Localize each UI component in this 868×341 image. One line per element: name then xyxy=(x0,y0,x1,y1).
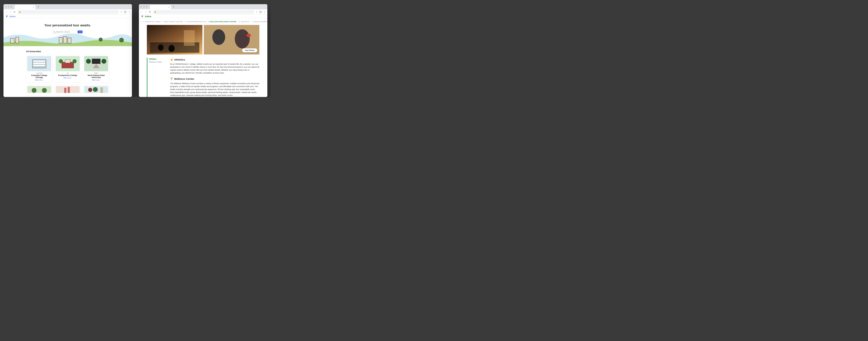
section-title: All Universities xyxy=(26,50,110,53)
new-tab-button[interactable]: + xyxy=(173,5,174,8)
university-card[interactable]: NDSU North Dakota State University Take … xyxy=(83,55,110,83)
search-icon: 🔍 xyxy=(53,31,55,33)
card-thumb xyxy=(84,56,108,71)
svg-point-6 xyxy=(119,38,124,42)
url-field[interactable]: 🔒 xyxy=(18,10,119,14)
card-thumb xyxy=(56,86,80,93)
svg-rect-18 xyxy=(92,59,100,64)
university-card[interactable] xyxy=(83,85,110,96)
search-bar: 🔍 Go xyxy=(52,30,83,34)
svg-point-29 xyxy=(93,87,98,92)
svg-rect-11 xyxy=(33,65,45,66)
traffic-lights xyxy=(140,6,148,8)
url-field[interactable]: 🔒 xyxy=(153,10,254,14)
site-header: Adora xyxy=(3,14,132,19)
chevron-right-icon: › xyxy=(71,77,72,79)
back-icon[interactable]: ← xyxy=(5,11,8,13)
svg-point-40 xyxy=(247,34,251,37)
take-tour-link[interactable]: Take a tour› xyxy=(84,79,108,81)
view-photos-button[interactable]: View Photos xyxy=(242,48,257,53)
svg-point-16 xyxy=(72,59,77,63)
section-paragraph: As an NCAA Division I college, athletic … xyxy=(170,63,259,74)
tour-stop[interactable]: 7WEST DINING CENTER xyxy=(162,21,183,23)
svg-rect-0 xyxy=(10,38,14,43)
minimize-dot[interactable] xyxy=(8,6,9,8)
reload-icon[interactable]: ⟳ xyxy=(13,11,16,13)
minimize-dot[interactable] xyxy=(143,6,145,8)
brand-name[interactable]: Adora xyxy=(145,15,151,18)
reload-icon[interactable]: ⟳ xyxy=(149,11,151,13)
hero-photo-gym xyxy=(147,25,203,55)
forward-icon[interactable]: → xyxy=(145,11,147,13)
article-body: Athletics Wellness Center 🤘Athletics As … xyxy=(139,55,267,97)
card-thumb xyxy=(84,86,108,93)
new-tab-button[interactable]: + xyxy=(37,5,39,8)
rock-on-icon: 🤘 xyxy=(170,58,173,62)
svg-point-20 xyxy=(101,59,106,64)
zoom-dot[interactable] xyxy=(10,6,12,8)
card-logo: Columbia xyxy=(27,72,51,74)
tour-stop[interactable]: 6ALDEVRON TOWER xyxy=(143,21,161,23)
all-universities-section: All Universities Columbia Columbia Colle… xyxy=(3,46,132,96)
university-card[interactable]: Columbia Columbia College Chicago Take a… xyxy=(26,55,53,83)
bookmark-icon[interactable]: ☆ xyxy=(256,11,258,13)
tour-stop-active[interactable]: 9WALLMAN WELLNESS CENTER xyxy=(209,21,237,23)
hero-photo-fitness: View Photos xyxy=(204,25,259,55)
kebab-menu-icon[interactable]: ⋮ xyxy=(128,10,130,13)
back-icon[interactable]: ← xyxy=(140,11,143,13)
svg-rect-26 xyxy=(68,87,70,93)
browser-tab[interactable]: × xyxy=(150,5,171,9)
chevron-right-icon: › xyxy=(100,79,100,81)
card-thumb xyxy=(56,56,80,71)
browser-window-left: × + ← → ⟳ 🔒 ☆ ⋮ Adora Your personalized … xyxy=(3,4,132,97)
profile-avatar[interactable] xyxy=(124,10,127,13)
kebab-menu-icon[interactable]: ⋮ xyxy=(264,10,266,13)
traffic-lights xyxy=(5,6,12,8)
section-link-athletics[interactable]: Athletics xyxy=(149,58,166,61)
svg-rect-35 xyxy=(184,30,195,46)
hero-title: Your personalized tour awaits. xyxy=(3,24,132,27)
card-title: Columbia College Chicago xyxy=(27,74,51,78)
brand-name[interactable]: Adora xyxy=(9,15,16,18)
svg-rect-3 xyxy=(63,37,67,43)
svg-rect-30 xyxy=(100,88,103,93)
search-input[interactable] xyxy=(56,31,78,33)
svg-rect-4 xyxy=(68,38,71,43)
browser-tab[interactable]: × xyxy=(14,5,35,9)
svg-rect-25 xyxy=(64,88,66,93)
tour-stop[interactable]: 8CATER RESIDENCE HALL xyxy=(185,21,207,23)
browser-window-right: × + ← → ⟳ 🔒 ☆ ⋮ Adora ‹ 6ALDEVRON TOWER … xyxy=(139,4,267,97)
close-icon[interactable]: × xyxy=(33,6,34,8)
take-tour-link[interactable]: Take a tour› xyxy=(27,79,51,81)
article-content: 🤘Athletics As an NCAA Division I college… xyxy=(170,58,259,97)
tour-stop[interactable]: 11QUENTIN BURDICK BUILDING xyxy=(251,21,267,23)
svg-point-22 xyxy=(32,88,37,93)
forward-icon[interactable]: → xyxy=(9,11,12,13)
close-dot[interactable] xyxy=(140,6,142,8)
hero: Your personalized tour awaits. 🔍 Go xyxy=(3,19,132,46)
profile-avatar[interactable] xyxy=(259,10,262,13)
address-bar: ← → ⟳ 🔒 ☆ ⋮ xyxy=(3,9,132,14)
photo-row: View Photos xyxy=(139,25,267,55)
page-content-left: Adora Your personalized tour awaits. 🔍 G… xyxy=(3,14,132,97)
section-heading: 🤘Athletics xyxy=(170,58,259,62)
section-link-wellness[interactable]: Wellness Center xyxy=(149,61,166,64)
svg-rect-10 xyxy=(33,63,45,64)
bookmark-icon[interactable]: ☆ xyxy=(120,11,122,13)
university-card[interactable]: PC Presbyterian College Take a tour› xyxy=(55,55,81,83)
university-card[interactable] xyxy=(55,85,81,96)
card-logo: PC xyxy=(56,72,80,74)
svg-rect-9 xyxy=(33,60,45,62)
close-dot[interactable] xyxy=(5,6,7,8)
tour-stop[interactable]: 10AQUATICS xyxy=(238,21,249,23)
svg-rect-21 xyxy=(27,86,51,93)
section-paragraph: The Wallman Wellness Center provides a v… xyxy=(170,82,259,97)
flag-icon xyxy=(6,15,8,18)
svg-point-34 xyxy=(168,45,175,52)
chevron-left-icon[interactable]: ‹ xyxy=(141,21,141,23)
university-card[interactable] xyxy=(26,85,53,96)
close-icon[interactable]: × xyxy=(168,6,169,8)
take-tour-link[interactable]: Take a tour› xyxy=(56,77,80,79)
zoom-dot[interactable] xyxy=(146,6,148,8)
go-button[interactable]: Go xyxy=(78,31,83,33)
